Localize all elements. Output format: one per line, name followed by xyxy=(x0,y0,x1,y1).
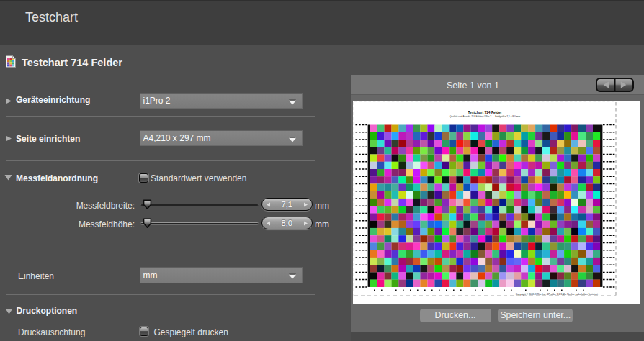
svg-text:Qualität und Anzahl: 714 Felde: Qualität und Anzahl: 714 Felder, i1Pro 2… xyxy=(450,115,521,118)
svg-text:Copyright © 2015 X-Rite Inc. i: Copyright © 2015 X-Rite Inc. i1Profiler … xyxy=(516,293,598,296)
svg-text:Testchart 714 Felder: Testchart 714 Felder xyxy=(468,111,501,114)
